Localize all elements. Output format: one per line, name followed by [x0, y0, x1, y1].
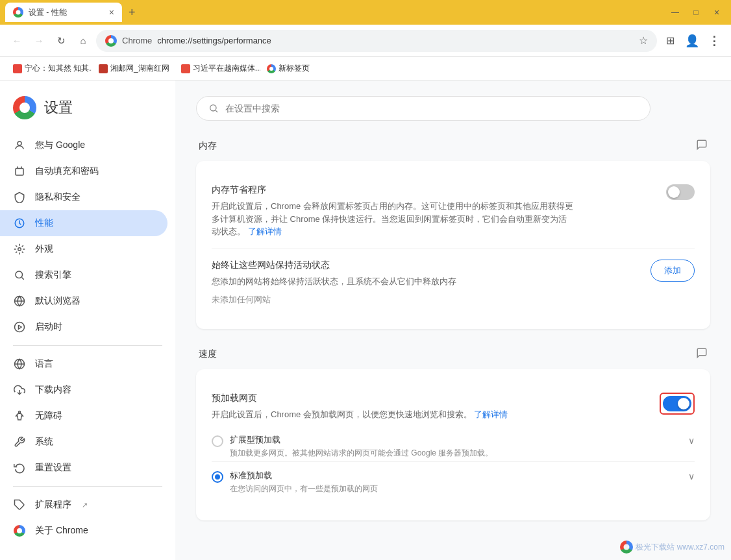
add-site-button[interactable]: 添加 [650, 260, 695, 282]
standard-preload-chevron[interactable]: ∨ [688, 471, 695, 481]
memory-feedback-icon[interactable] [696, 139, 708, 153]
active-tab[interactable]: 设置 - 性能 × [5, 3, 122, 22]
bookmarks-bar: 宁心：知其然 知其... 湘邮网_湖南红网 习近平在越南媒体... 新标签页 [0, 57, 731, 80]
sidebar-item-downloads[interactable]: 下载内容 [0, 377, 167, 403]
bookmark-item-4[interactable]: 新标签页 [262, 60, 315, 77]
svg-point-14 [19, 411, 21, 413]
sidebar-header: 设置 [0, 91, 175, 132]
speed-feedback-icon[interactable] [696, 347, 708, 361]
address-bar[interactable]: Chrome chrome://settings/performance ☆ [96, 30, 657, 52]
sidebar-item-appearance[interactable]: 外观 [0, 236, 167, 262]
svg-point-5 [18, 248, 21, 251]
sidebar-item-system[interactable]: 系统 [0, 429, 167, 455]
minimize-button[interactable]: — [666, 5, 684, 20]
back-button[interactable]: ← [8, 32, 26, 50]
standard-preload-desc: 在您访问的网页中，有一些是预加载的网页 [230, 483, 682, 494]
bookmark-favicon-4 [267, 64, 276, 73]
sidebar: 设置 您与 Google 自动填充和密码 隐私和安全 性能 [0, 80, 175, 560]
sidebar-item-language[interactable]: 语言 [0, 351, 167, 377]
memory-card: 内存节省程序 开启此设置后，Chrome 会释放闲置标签页占用的内存。这可让使用… [196, 161, 710, 329]
extended-preload-title: 扩展型预加载 [230, 434, 682, 446]
reload-button[interactable]: ↻ [52, 32, 70, 50]
svg-line-17 [216, 110, 217, 112]
settings-logo [13, 96, 36, 119]
memory-saver-toggle[interactable] [666, 184, 695, 200]
sidebar-item-search[interactable]: 搜索引擎 [0, 262, 167, 288]
extended-preload-chevron[interactable]: ∨ [688, 435, 695, 446]
sidebar-label-appearance: 外观 [35, 243, 53, 255]
svg-point-10 [15, 323, 25, 332]
bookmark-favicon-2 [99, 64, 108, 73]
speed-section: 速度 预加载网页 开启此设置后，Chrome 会预加载网页，以便您更快速地浏览和… [196, 347, 710, 520]
bookmark-item-1[interactable]: 宁心：知其然 知其... [8, 60, 92, 77]
svg-point-6 [16, 271, 23, 278]
always-active-desc: 您添加的网站将始终保持活跃状态，且系统不会从它们中释放内存 [212, 275, 456, 288]
tab-favicon [13, 7, 23, 18]
maximize-button[interactable]: □ [687, 5, 705, 20]
extensions-sidebar-icon [13, 498, 26, 511]
home-button[interactable]: ⌂ [74, 32, 92, 50]
svg-rect-1 [16, 169, 23, 176]
memory-saver-link[interactable]: 了解详情 [248, 226, 282, 236]
memory-section: 内存 内存节省程序 开启此设置后，Chrome 会释放闲置标签页占用的内存。这可… [196, 139, 710, 329]
sidebar-item-google[interactable]: 您与 Google [0, 132, 167, 158]
sidebar-label-accessibility: 无障碍 [35, 410, 62, 422]
sidebar-item-autofill[interactable]: 自动填充和密码 [0, 158, 167, 184]
sidebar-item-privacy[interactable]: 隐私和安全 [0, 184, 167, 210]
google-icon [13, 139, 26, 152]
tab-close-button[interactable]: × [109, 8, 114, 17]
bookmark-favicon-3 [181, 64, 190, 73]
sidebar-item-accessibility[interactable]: 无障碍 [0, 403, 167, 429]
profile-icon: 👤 [685, 34, 699, 48]
standard-preload-radio[interactable] [212, 471, 223, 483]
close-window-button[interactable]: × [708, 5, 726, 20]
sidebar-label-search: 搜索引擎 [35, 269, 71, 281]
bookmark-label-3: 习近平在越南媒体... [193, 63, 260, 74]
menu-button[interactable]: ⋮ [705, 32, 723, 50]
profile-button[interactable]: 👤 [683, 32, 701, 50]
forward-button[interactable]: → [30, 32, 48, 50]
extended-preload-radio[interactable] [212, 435, 223, 447]
sidebar-item-about[interactable]: 关于 Chrome [0, 518, 167, 544]
sidebar-item-performance[interactable]: 性能 [0, 210, 167, 236]
performance-icon [13, 217, 26, 230]
sidebar-title: 设置 [44, 98, 73, 117]
extended-preload-option[interactable]: 扩展型预加载 预加载更多网页。被其他网站请求的网页可能会通过 Google 服务… [212, 426, 695, 461]
bookmark-item-2[interactable]: 湘邮网_湖南红网 [93, 60, 175, 77]
empty-sites-text: 未添加任何网站 [212, 289, 271, 310]
chrome-favicon [105, 35, 117, 47]
bookmark-item-3[interactable]: 习近平在越南媒体... [176, 60, 260, 77]
memory-saver-title: 内存节省程序 [212, 184, 575, 196]
memory-section-title: 内存 [199, 140, 217, 152]
watermark: 极光下载站 www.xz7.com [620, 541, 725, 554]
sidebar-label-performance: 性能 [35, 217, 53, 229]
sidebar-divider-2 [13, 486, 162, 487]
sidebar-divider [13, 345, 162, 346]
sidebar-item-extensions[interactable]: 扩展程序 ↗ [0, 492, 167, 518]
sidebar-item-startup[interactable]: 启动时 [0, 314, 167, 340]
sidebar-item-browser[interactable]: 默认浏览器 [0, 288, 167, 314]
tab-title: 设置 - 性能 [29, 7, 104, 18]
search-icon [208, 103, 219, 114]
preload-desc: 开启此设置后，Chrome 会预加载网页，以便您更快速地浏览和搜索。 了解详情 [212, 408, 508, 421]
back-icon: ← [12, 35, 22, 46]
menu-icon: ⋮ [708, 34, 720, 48]
preload-toggle[interactable] [663, 396, 691, 411]
preload-link[interactable]: 了解详情 [474, 409, 508, 419]
sidebar-label-browser: 默认浏览器 [35, 295, 81, 307]
extensions-button[interactable]: ⊞ [661, 32, 679, 50]
new-tab-button[interactable]: + [125, 5, 140, 21]
accessibility-icon [13, 409, 26, 422]
svg-point-0 [18, 141, 21, 145]
titlebar: 设置 - 性能 × + — □ × [0, 0, 731, 25]
sidebar-label-language: 语言 [35, 358, 53, 370]
watermark-url: www.xz7.com [677, 542, 725, 552]
always-active-row: 始终让这些网站保持活动状态 您添加的网站将始终保持活跃状态，且系统不会从它们中释… [212, 249, 695, 317]
settings-search-bar[interactable] [196, 96, 650, 121]
bookmark-star-icon[interactable]: ☆ [639, 34, 648, 47]
search-input[interactable] [225, 103, 638, 114]
privacy-icon [13, 191, 26, 204]
standard-preload-option[interactable]: 标准预加载 在您访问的网页中，有一些是预加载的网页 ∨ [212, 461, 695, 497]
sidebar-item-reset[interactable]: 重置设置 [0, 455, 167, 481]
preload-row: 预加载网页 开启此设置后，Chrome 会预加载网页，以便您更快速地浏览和搜索。… [212, 382, 695, 507]
